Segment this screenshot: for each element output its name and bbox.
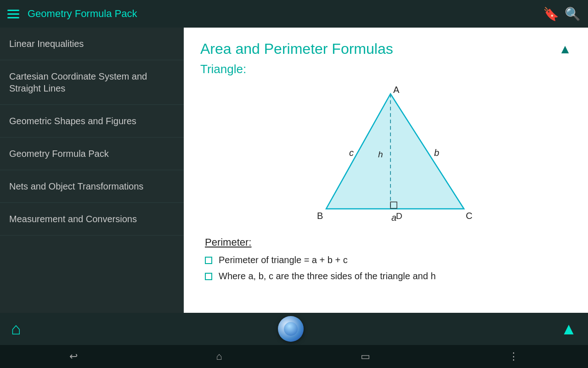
logo-inner bbox=[284, 322, 298, 336]
bullet-icon-2 bbox=[205, 273, 212, 280]
svg-text:D: D bbox=[396, 211, 402, 221]
android-nav-bar: ↩ ⌂ ▭ ⋮ bbox=[0, 345, 588, 368]
main-area: Linear Inequalities Cartesian Coordinate… bbox=[0, 28, 588, 313]
bullet-icon-1 bbox=[205, 257, 212, 264]
collapse-arrow-icon[interactable]: ▲ bbox=[559, 42, 571, 57]
triangle-svg: A B C D c b a h bbox=[289, 85, 482, 227]
sidebar-item-linear-inequalities[interactable]: Linear Inequalities bbox=[0, 28, 184, 60]
center-logo-button[interactable] bbox=[278, 316, 304, 342]
search-icon[interactable]: 🔍 bbox=[565, 6, 581, 22]
svg-text:c: c bbox=[349, 148, 354, 158]
header-left: Geometry Formula Pack bbox=[7, 8, 137, 20]
svg-text:B: B bbox=[317, 211, 323, 221]
app-title: Geometry Formula Pack bbox=[28, 8, 137, 20]
svg-text:h: h bbox=[378, 150, 383, 159]
hamburger-menu-button[interactable] bbox=[7, 10, 19, 18]
content-header: Area and Perimeter Formulas ▲ bbox=[200, 40, 571, 58]
android-menu-button[interactable]: ⋮ bbox=[509, 351, 519, 362]
content-inner: Area and Perimeter Formulas ▲ Triangle: bbox=[184, 28, 588, 300]
svg-marker-0 bbox=[326, 94, 464, 209]
home-button[interactable]: ⌂ bbox=[11, 319, 21, 339]
sidebar-item-cartesian[interactable]: Cartesian Coordinate System and Straight… bbox=[0, 60, 184, 105]
triangle-diagram: A B C D c b a h bbox=[200, 85, 571, 227]
content-panel: Area and Perimeter Formulas ▲ Triangle: bbox=[184, 28, 588, 313]
svg-text:a: a bbox=[391, 213, 396, 223]
formula-item-2: Where a, b, c are the three sides of the… bbox=[205, 271, 567, 282]
android-recents-button[interactable]: ▭ bbox=[361, 351, 370, 362]
sidebar-item-geometry-formula[interactable]: Geometry Formula Pack bbox=[0, 138, 184, 170]
android-home-button[interactable]: ⌂ bbox=[216, 351, 222, 362]
scroll-up-button[interactable]: ▲ bbox=[560, 319, 577, 339]
section-title: Area and Perimeter Formulas bbox=[200, 40, 393, 58]
sidebar-item-measurement[interactable]: Measurement and Conversions bbox=[0, 203, 184, 236]
formula-item-1: Perimeter of triangle = a + b + c bbox=[205, 255, 567, 265]
perimeter-title: Perimeter: bbox=[205, 236, 567, 248]
sidebar-item-nets-object[interactable]: Nets and Object Transformations bbox=[0, 170, 184, 203]
sidebar: Linear Inequalities Cartesian Coordinate… bbox=[0, 28, 184, 313]
formula-text-2: Where a, b, c are the three sides of the… bbox=[219, 271, 436, 282]
sub-title: Triangle: bbox=[200, 62, 571, 76]
sidebar-item-geometric-shapes[interactable]: Geometric Shapes and Figures bbox=[0, 105, 184, 138]
svg-text:C: C bbox=[466, 211, 472, 221]
android-back-button[interactable]: ↩ bbox=[69, 351, 78, 362]
app-header: Geometry Formula Pack 🔖 🔍 bbox=[0, 0, 588, 28]
header-right: 🔖 🔍 bbox=[543, 6, 581, 22]
svg-text:A: A bbox=[393, 85, 400, 95]
perimeter-section: Perimeter: Perimeter of triangle = a + b… bbox=[200, 236, 571, 282]
bookmark-icon[interactable]: 🔖 bbox=[543, 6, 559, 22]
bottom-bar: ⌂ ▲ bbox=[0, 313, 588, 345]
svg-text:b: b bbox=[434, 148, 439, 158]
formula-text-1: Perimeter of triangle = a + b + c bbox=[219, 255, 348, 265]
